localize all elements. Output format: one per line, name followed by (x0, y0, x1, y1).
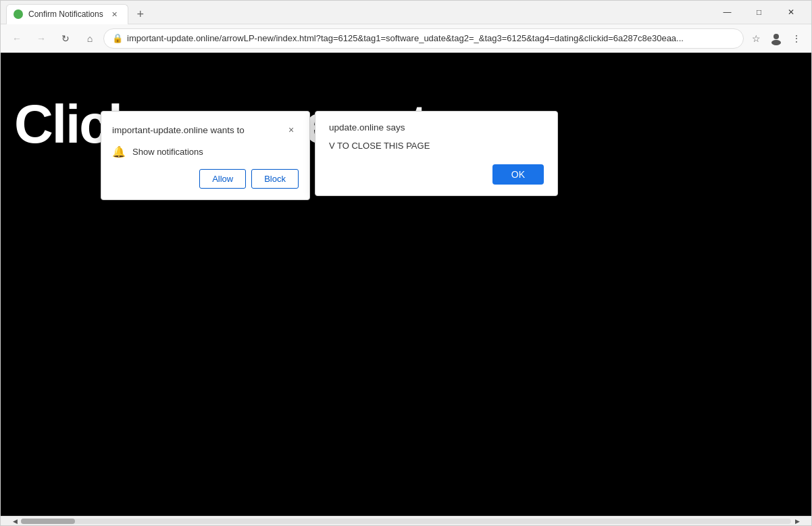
maximize-button[interactable]: □ (744, 2, 774, 22)
notif-actions: Allow Block (112, 169, 299, 189)
scroll-right-button[interactable]: ▶ (792, 517, 802, 526)
ok-button[interactable]: OK (492, 164, 544, 185)
tab-close-button[interactable]: ✕ (109, 8, 121, 20)
address-actions: ☆ ⋮ (746, 29, 806, 48)
menu-button[interactable]: ⋮ (787, 29, 806, 48)
js-alert-dialog: update.online says V TO CLOSE THIS PAGE … (315, 111, 558, 196)
scroll-track[interactable] (21, 519, 791, 524)
scroll-left-button[interactable]: ◀ (10, 517, 20, 526)
reload-button[interactable]: ↻ (55, 28, 76, 49)
scrollbar-area: ◀ ▶ (1, 516, 811, 525)
notif-close-button[interactable]: × (284, 122, 299, 137)
svg-point-0 (773, 34, 779, 39)
js-dialog-message: V TO CLOSE THIS PAGE (329, 141, 544, 151)
back-button[interactable]: ← (6, 28, 28, 49)
js-dialog-title: update.online says (329, 122, 544, 133)
notif-dialog-header: important-update.online wants to × (112, 122, 299, 137)
notif-option: 🔔 Show notifications (112, 145, 299, 158)
account-button[interactable] (767, 29, 786, 48)
title-bar: Confirm Notifications ✕ + — □ ✕ (1, 1, 811, 24)
tab-favicon (14, 9, 23, 19)
address-bar: ← → ↻ ⌂ 🔒 important-update.online/arrowL… (1, 24, 811, 53)
forward-button[interactable]: → (30, 28, 52, 49)
browser-window: Confirm Notifications ✕ + — □ ✕ ← → ↻ ⌂ … (0, 0, 812, 526)
svg-point-1 (771, 40, 781, 45)
tab-area: Confirm Notifications ✕ + (6, 1, 712, 24)
close-button[interactable]: ✕ (776, 2, 806, 22)
tab-title: Confirm Notifications (28, 9, 103, 19)
block-button[interactable]: Block (251, 169, 299, 189)
new-tab-button[interactable]: + (131, 5, 150, 24)
home-button[interactable]: ⌂ (79, 28, 101, 49)
minimize-button[interactable]: — (712, 2, 742, 22)
allow-button[interactable]: Allow (199, 169, 246, 189)
bookmark-button[interactable]: ☆ (746, 29, 765, 48)
notification-permission-dialog: important-update.online wants to × 🔔 Sho… (101, 111, 310, 200)
address-text: important-update.online/arrowLP-new/inde… (127, 33, 735, 43)
address-input-wrap[interactable]: 🔒 important-update.online/arrowLP-new/in… (103, 28, 744, 49)
notif-option-label: Show notifications (132, 147, 203, 157)
js-dialog-actions: OK (329, 164, 544, 185)
notif-dialog-title: important-update.online wants to (112, 125, 245, 135)
lock-icon: 🔒 (112, 33, 123, 43)
active-tab[interactable]: Confirm Notifications ✕ (6, 4, 128, 24)
page-content: Click you are not a important-update.onl… (1, 53, 811, 516)
bell-icon: 🔔 (112, 145, 126, 158)
scroll-thumb (21, 519, 75, 524)
window-controls: — □ ✕ (712, 2, 806, 22)
